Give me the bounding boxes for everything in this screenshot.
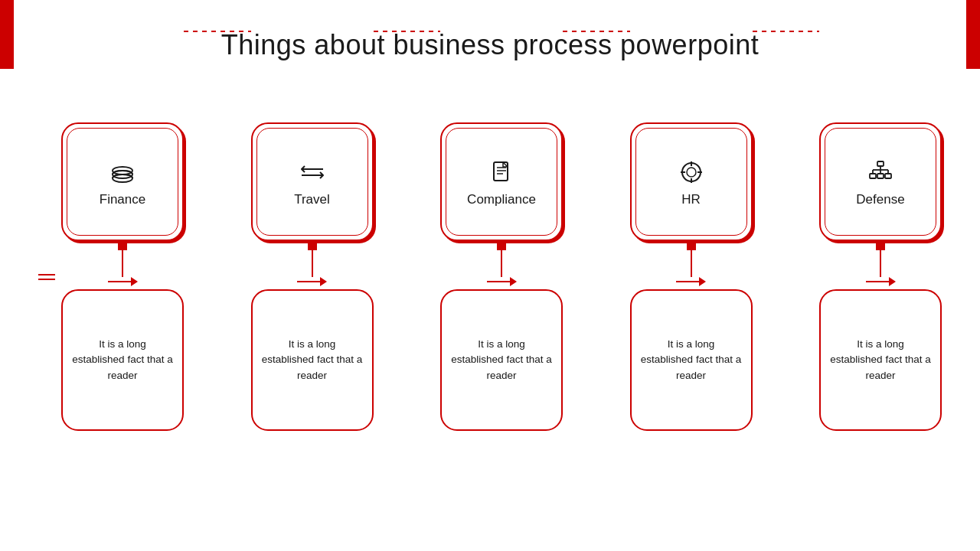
svg-point-10 (687, 168, 696, 177)
body-text-defense: It is a long established fact that a rea… (830, 337, 931, 383)
v-line-travel (312, 250, 313, 277)
text-card-defense: It is a long established fact that a rea… (819, 289, 942, 431)
dash-connector-4 (753, 31, 820, 32)
text-card-hr: It is a long established fact that a rea… (630, 289, 753, 431)
icon-card-hr: HR (630, 122, 753, 241)
arrow-line-finance (108, 281, 131, 282)
svg-rect-15 (877, 161, 884, 166)
corner-accent-left (0, 0, 14, 69)
arrow-head-defense (889, 277, 896, 286)
finance-icon (107, 157, 138, 187)
corner-accent-right (966, 0, 980, 69)
v-line-finance (122, 250, 123, 277)
svg-rect-23 (885, 174, 891, 178)
arrow-row-hr (676, 277, 706, 286)
left-dash-2 (38, 279, 55, 280)
card-wrapper-finance: Finance It is a long established fact th… (61, 122, 184, 431)
arrow-head-travel (320, 277, 327, 286)
icon-card-defense: Defense (819, 122, 942, 241)
connector-dot-hr (687, 241, 696, 250)
body-text-hr: It is a long established fact that a rea… (641, 337, 742, 383)
v-line-defense (880, 250, 881, 277)
page-title: Things about business process powerpoint (0, 0, 980, 61)
defense-icon (865, 157, 896, 187)
text-card-compliance: It is a long established fact that a rea… (440, 289, 563, 431)
compliance-label: Compliance (467, 192, 536, 207)
defense-label: Defense (856, 192, 904, 207)
main-content: Finance It is a long established fact th… (38, 122, 942, 431)
hr-icon (676, 157, 707, 187)
card-wrapper-compliance: Compliance It is a long established fact… (440, 122, 563, 431)
arrow-row-defense (866, 277, 896, 286)
icon-card-compliance: Compliance (440, 122, 563, 241)
text-card-travel: It is a long established fact that a rea… (251, 289, 374, 431)
card-wrapper-defense: Defense It is a long established fact th… (819, 122, 942, 431)
travel-icon (297, 157, 328, 187)
arrow-head-hr (699, 277, 706, 286)
connector-dot-defense (876, 241, 885, 250)
arrow-head-compliance (510, 277, 517, 286)
arrow-row-finance (108, 277, 138, 286)
body-text-compliance: It is a long established fact that a rea… (451, 337, 552, 383)
hr-label: HR (681, 192, 701, 207)
arrow-line-hr (676, 281, 699, 282)
v-line-hr (691, 250, 692, 277)
travel-label: Travel (294, 192, 330, 207)
left-dashes (38, 274, 55, 280)
connector-dot-travel (308, 241, 317, 250)
left-dash-1 (38, 274, 55, 276)
icon-card-finance: Finance (61, 122, 184, 241)
svg-rect-22 (877, 174, 884, 178)
body-text-finance: It is a long established fact that a rea… (72, 337, 173, 383)
arrow-line-travel (297, 281, 320, 282)
text-card-finance: It is a long established fact that a rea… (61, 289, 184, 431)
icon-card-travel: Travel (251, 122, 374, 241)
arrow-head-finance (131, 277, 138, 286)
icon-cards-row: Finance It is a long established fact th… (38, 122, 942, 431)
dash-connector-1 (184, 31, 251, 32)
arrow-line-defense (866, 281, 889, 282)
finance-label: Finance (100, 192, 145, 207)
connector-dot-finance (118, 241, 127, 250)
dash-connector-2 (374, 31, 441, 32)
connector-dot-compliance (497, 241, 506, 250)
dash-connector-3 (563, 31, 630, 32)
arrow-line-compliance (487, 281, 510, 282)
arrow-row-travel (297, 277, 327, 286)
card-wrapper-travel: Travel It is a long established fact tha… (251, 122, 374, 431)
svg-rect-21 (870, 174, 876, 178)
arrow-row-compliance (487, 277, 517, 286)
body-text-travel: It is a long established fact that a rea… (262, 337, 363, 383)
v-line-compliance (501, 250, 502, 277)
compliance-icon (486, 157, 517, 187)
card-wrapper-hr: HR It is a long established fact that a … (630, 122, 753, 431)
